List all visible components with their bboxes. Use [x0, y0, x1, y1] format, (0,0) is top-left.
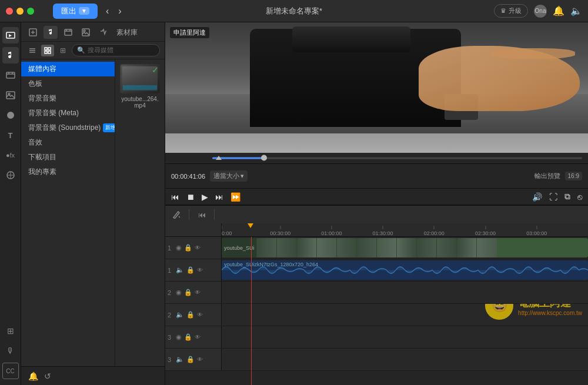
export-dropdown-arrow[interactable]: ▼ — [79, 7, 89, 15]
track-mute-icon[interactable]: 👁 — [195, 245, 201, 251]
back-button[interactable]: ‹ — [102, 5, 112, 18]
fit-size-dropdown[interactable]: 適當大小 ▾ — [210, 170, 248, 182]
watermark-text: 電腦王阿達 http://www.kscpc.com.tw — [518, 304, 582, 316]
rewind-start-button[interactable]: ⏮ — [171, 192, 179, 202]
track-2-audio-lock[interactable]: 🔒 — [186, 311, 195, 319]
tree-item-my-media[interactable]: 我的專素 — [21, 165, 115, 179]
thumbnail-item[interactable]: ✓ youtube...264.mp4 — [120, 64, 160, 109]
volume-button[interactable]: 🔊 — [532, 192, 542, 202]
minimize-button[interactable] — [16, 8, 24, 15]
watermark-title: 電腦王阿達 — [518, 304, 582, 310]
titlebar: 匯出 ▼ ‹ › 新增未命名專案* ♛ 升級 Ona 🔔 🔈 — [0, 0, 588, 22]
sidebar-item-mic[interactable]: 🎙 — [2, 343, 19, 359]
track-1-audio-body[interactable]: youtube_SUizkN7tzGs_1280x720_h264 — [222, 259, 588, 281]
track-visibility-icon[interactable]: ◉ — [176, 244, 182, 252]
sidebar-item-cc[interactable]: CC — [2, 363, 19, 379]
play-button[interactable]: ▶ — [202, 192, 208, 202]
fullscreen-preview-button[interactable]: ⛶ — [549, 192, 557, 202]
view-grid-btn[interactable] — [41, 45, 54, 56]
view-grid2-btn[interactable]: ⊞ — [56, 45, 69, 56]
tree-item-local-media[interactable]: 媒體內容 — [21, 62, 115, 76]
tab-photo[interactable] — [79, 26, 93, 39]
audio-clip-1[interactable]: youtube_SUizkN7tzGs_1280x720_h264 — [222, 260, 588, 280]
avatar[interactable]: Ona — [534, 5, 547, 18]
track-audio-lock[interactable]: 🔒 — [186, 266, 195, 274]
sidebar-item-photo[interactable] — [2, 87, 19, 103]
skip-to-start-button[interactable]: ⏮ — [195, 208, 208, 221]
track-3-visibility[interactable]: ◉ — [176, 333, 182, 341]
svg-rect-22 — [48, 51, 51, 53]
track-lock-icon[interactable]: 🔒 — [184, 244, 192, 252]
track-2-lock[interactable]: 🔒 — [184, 289, 192, 296]
user-initials: Ona — [535, 8, 546, 14]
export-preview-label: 輸出預覽 — [534, 172, 560, 179]
sidebar-item-music[interactable] — [2, 47, 19, 63]
tree-item-color[interactable]: 色板 — [21, 76, 115, 91]
tree-item-bg-music-meta[interactable]: 背景音樂 (Meta) — [21, 106, 115, 120]
track-3-lock[interactable]: 🔒 — [184, 333, 192, 341]
playhead-triangle — [248, 223, 253, 228]
track-1-audio: 1 🔈 🔒 👁 youtube_SUizkN7tzGs_1280x720_h26… — [165, 259, 588, 282]
export-preview-button[interactable]: 輸出預覽 — [534, 172, 560, 180]
razor-tool[interactable] — [170, 208, 183, 221]
watermark-url: http://www.kscpc.com.tw — [518, 310, 582, 316]
pip-button[interactable]: ⧉ — [564, 192, 570, 202]
sidebar-item-clips[interactable] — [2, 67, 19, 83]
tab-music[interactable] — [44, 26, 58, 39]
tree-item-bg-music[interactable]: 背景音樂 — [21, 91, 115, 106]
track-3-video-body[interactable] — [222, 326, 588, 348]
fullscreen-button[interactable] — [27, 8, 34, 15]
tree-item-bg-music-sound[interactable]: 背景音樂 (Soundstripe)新增 — [21, 120, 115, 135]
track-2-visibility[interactable]: ◉ — [176, 289, 182, 296]
track-2-audio-mute[interactable]: 👁 — [197, 312, 203, 318]
sidebar-item-media[interactable] — [2, 27, 19, 43]
forward-button[interactable]: › — [115, 5, 125, 18]
track-3-audio-mute[interactable]: 👁 — [197, 356, 203, 363]
tab-audio2[interactable] — [96, 26, 111, 39]
sidebar-item-crop[interactable]: ⊞ — [2, 323, 19, 339]
track-3-audio-lock[interactable]: 🔒 — [186, 356, 195, 363]
clip-1-label: youtube_SUizkN7tzGs_1280x720_h264 — [224, 245, 254, 251]
video-clip-1[interactable]: youtube_SUizkN7tzGs_1280x720_h264 — [222, 238, 588, 257]
track-2-audio-body[interactable]: 😄 電腦王阿達 http://www.kscpc.com.tw — [222, 304, 588, 326]
tree-item-downloads[interactable]: 下載項目 — [21, 150, 115, 165]
speaker-icon[interactable]: 🔈 — [570, 5, 582, 16]
sidebar-item-color-correct[interactable] — [2, 167, 19, 183]
export-button[interactable]: 匯出 ▼ — [53, 4, 98, 19]
track-2-mute[interactable]: 👁 — [195, 289, 201, 296]
preview-area: 申請里阿達 00:00:41:06 適當大小 ▾ — [165, 22, 588, 205]
tab-import[interactable] — [26, 26, 40, 39]
track-1-video-body[interactable]: youtube_SUizkN7tzGs_1280x720_h264 — [222, 237, 588, 259]
timeline-toolbar: ⏮ — [165, 205, 588, 223]
bell-icon[interactable]: 🔔 — [553, 5, 564, 16]
export-label: 匯出 — [61, 6, 76, 16]
new-badge: 新增 — [103, 123, 115, 132]
track-3-audio-body[interactable] — [222, 349, 588, 370]
stop-button[interactable]: ⏹ — [186, 192, 195, 202]
fast-forward-button[interactable]: ⏩ — [230, 192, 240, 202]
media-panel-tabs: 素材庫 — [21, 22, 165, 42]
share-button[interactable]: ⎋ — [577, 192, 582, 202]
view-list-btn[interactable] — [26, 45, 39, 56]
scrubber-bar-container[interactable] — [165, 153, 588, 163]
add-media-icon[interactable]: 🔔 — [28, 371, 38, 381]
media-panel-content: 媒體內容 色板 背景音樂 背景音樂 (Meta) 背景音樂 (Soundstri… — [21, 59, 165, 366]
search-placeholder[interactable]: 搜尋媒體 — [88, 46, 113, 55]
import-icon[interactable]: ↺ — [44, 371, 51, 381]
ruler-area[interactable]: 00:00:00 00:30:00 01:00:00 01:30:00 02:0… — [222, 223, 588, 236]
track-3-mute[interactable]: 👁 — [195, 334, 201, 340]
close-button[interactable] — [6, 8, 13, 15]
preview-playbar: ⏮ ⏹ ▶ ⏭ ⏩ 🔊 ⛶ ⧉ ⎋ — [165, 188, 588, 205]
sidebar-item-title[interactable]: T — [2, 127, 19, 143]
tab-video[interactable] — [61, 26, 75, 39]
upgrade-button[interactable]: ♛ 升級 — [494, 4, 528, 18]
svg-rect-19 — [45, 48, 47, 50]
step-forward-button[interactable]: ⏭ — [215, 192, 223, 202]
tree-item-sfx[interactable]: 音效 — [21, 135, 115, 150]
thumbnail-label: youtube...264.mp4 — [120, 96, 160, 109]
sidebar-item-fx[interactable]: ●fx — [2, 147, 19, 163]
track-audio-mute[interactable]: 👁 — [197, 267, 203, 273]
sidebar-item-audio2[interactable] — [2, 107, 19, 123]
svg-rect-21 — [45, 51, 47, 53]
track-2-video-body[interactable] — [222, 282, 588, 303]
